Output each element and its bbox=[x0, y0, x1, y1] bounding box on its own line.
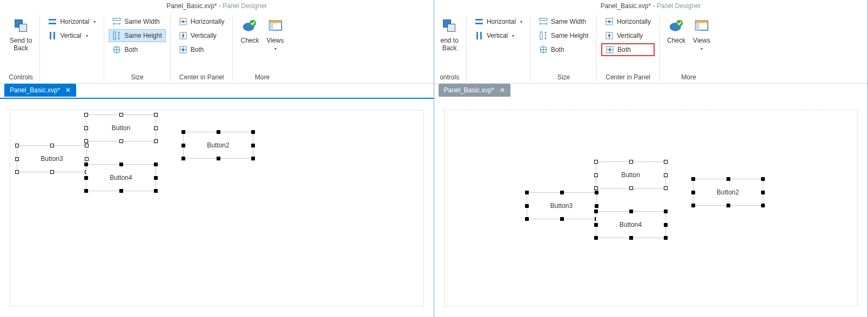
size-both-icon bbox=[112, 45, 121, 54]
check-icon bbox=[668, 17, 685, 35]
center-vertically-icon bbox=[179, 31, 187, 40]
svg-rect-23 bbox=[475, 23, 483, 24]
design-button-label: Button bbox=[112, 124, 131, 132]
design-area: Button Button2 Button3 Button4 bbox=[0, 99, 434, 317]
center-vertically-button[interactable]: Vertically bbox=[175, 29, 228, 42]
design-button[interactable]: Button3 bbox=[527, 192, 597, 219]
design-button[interactable]: Button bbox=[86, 114, 156, 141]
same-width-button[interactable]: Same Width bbox=[535, 15, 592, 28]
check-label: Check bbox=[667, 37, 685, 44]
send-to-back-button[interactable]: Send to Back bbox=[6, 15, 35, 54]
align-vertical-button[interactable]: Vertical ▾ bbox=[471, 29, 526, 42]
center-both-button[interactable]: Both bbox=[601, 43, 655, 56]
svg-rect-25 bbox=[480, 32, 482, 39]
document-tab[interactable]: Panel_Basic.xvp* ✕ bbox=[4, 84, 76, 97]
center-horizontally-button[interactable]: Horizontally bbox=[601, 15, 655, 28]
svg-rect-19 bbox=[269, 23, 273, 30]
tab-close-icon[interactable]: ✕ bbox=[500, 86, 505, 94]
group-label-controls: Controls bbox=[9, 71, 33, 82]
center-vertically-button[interactable]: Vertically bbox=[601, 29, 655, 42]
svg-rect-32 bbox=[608, 35, 610, 37]
design-button[interactable]: Button4 bbox=[86, 164, 156, 191]
send-to-back-button[interactable]: end to Back bbox=[438, 15, 462, 54]
size-both-label: Both bbox=[551, 46, 564, 53]
dropdown-caret-icon: ▾ bbox=[520, 19, 522, 24]
design-canvas[interactable]: Button Button2 Button3 Button4 bbox=[10, 110, 424, 306]
size-both-icon bbox=[539, 45, 548, 54]
design-button[interactable]: Button3 bbox=[17, 145, 87, 172]
send-to-back-icon bbox=[12, 17, 30, 35]
svg-rect-7 bbox=[113, 32, 116, 39]
center-both-label: Both bbox=[617, 46, 631, 53]
group-label-size: Size bbox=[131, 71, 143, 82]
svg-point-16 bbox=[250, 20, 256, 26]
tab-label: Panel_Basic.xvp* bbox=[444, 86, 494, 94]
dropdown-caret-icon: ▾ bbox=[86, 33, 88, 38]
align-vertical-label: Vertical bbox=[487, 32, 508, 39]
dropdown-caret-icon: ▾ bbox=[701, 46, 703, 51]
title-appname: Panel Designer bbox=[223, 2, 267, 10]
dropdown-caret-icon: ▾ bbox=[274, 46, 277, 51]
check-icon bbox=[241, 17, 258, 35]
align-vertical-icon bbox=[475, 31, 483, 40]
tab-label: Panel_Basic.xvp* bbox=[10, 86, 60, 94]
svg-rect-27 bbox=[540, 32, 542, 39]
svg-rect-22 bbox=[475, 19, 483, 21]
same-width-button[interactable]: Same Width bbox=[109, 15, 165, 28]
center-both-icon bbox=[605, 45, 614, 54]
document-tab[interactable]: Panel_Basic.xvp* ✕ bbox=[439, 84, 510, 97]
center-horizontally-button[interactable]: Horizontally bbox=[175, 15, 228, 28]
ribbon-group-controls: Send to Back Controls bbox=[2, 15, 40, 82]
same-height-button[interactable]: Same Height bbox=[109, 29, 165, 42]
group-label-size: Size bbox=[557, 71, 570, 82]
title-filename: Panel_Basic.xvp* bbox=[601, 2, 651, 10]
title-filename: Panel_Basic.xvp* bbox=[166, 2, 217, 10]
ribbon-group-size: Same Width Same Height Both Size bbox=[104, 15, 170, 82]
ribbon-group-size: Same Width Same Height Both Size bbox=[531, 15, 597, 82]
group-label-center: Center in Panel bbox=[605, 71, 650, 82]
ribbon-group-center: Horizontally Vertically Both Center in P… bbox=[171, 15, 233, 82]
center-horizontally-icon bbox=[605, 17, 614, 26]
check-button[interactable]: Check bbox=[237, 15, 262, 53]
same-width-icon bbox=[112, 17, 121, 26]
size-both-button[interactable]: Both bbox=[535, 43, 592, 56]
svg-rect-39 bbox=[696, 23, 699, 30]
design-button-label: Button3 bbox=[550, 202, 573, 210]
size-both-button[interactable]: Both bbox=[109, 43, 165, 56]
center-both-button[interactable]: Both bbox=[175, 43, 228, 56]
same-height-button[interactable]: Same Height bbox=[535, 29, 592, 42]
center-vertically-icon bbox=[605, 31, 614, 40]
same-height-icon bbox=[539, 31, 548, 40]
svg-rect-2 bbox=[49, 19, 56, 21]
send-to-back-label: end to Back bbox=[441, 37, 459, 52]
align-vertical-icon bbox=[48, 31, 57, 40]
center-both-icon bbox=[179, 45, 187, 54]
align-vertical-button[interactable]: Vertical ▾ bbox=[44, 29, 99, 42]
design-button[interactable]: Button bbox=[596, 161, 666, 188]
design-canvas[interactable]: Button Button2 Button3 Button4 bbox=[444, 110, 858, 306]
design-button[interactable]: Button2 bbox=[693, 179, 763, 206]
align-horizontal-button[interactable]: Horizontal ▾ bbox=[471, 15, 526, 28]
center-both-label: Both bbox=[191, 46, 204, 53]
design-button[interactable]: Button4 bbox=[596, 211, 666, 238]
views-icon bbox=[693, 17, 710, 35]
window-title: Panel_Basic.xvp* - Panel Designer bbox=[0, 0, 434, 12]
svg-rect-30 bbox=[608, 21, 610, 23]
document-tabs: Panel_Basic.xvp* ✕ bbox=[434, 84, 868, 98]
send-to-back-icon bbox=[441, 17, 458, 35]
svg-rect-24 bbox=[476, 32, 478, 39]
views-button[interactable]: Views ▾ bbox=[264, 15, 287, 53]
group-label-more: More bbox=[255, 71, 270, 82]
design-button[interactable]: Button2 bbox=[183, 132, 253, 159]
center-horizontally-icon bbox=[179, 17, 187, 26]
dropdown-caret-icon: ▾ bbox=[512, 33, 514, 38]
align-horizontal-button[interactable]: Horizontal ▾ bbox=[44, 15, 99, 28]
views-button[interactable]: Views ▾ bbox=[690, 15, 714, 53]
ribbon-group-controls: end to Back ontrols bbox=[436, 15, 467, 82]
tab-close-icon[interactable]: ✕ bbox=[65, 86, 71, 94]
design-button-label: Button bbox=[621, 171, 640, 179]
check-button[interactable]: Check bbox=[664, 15, 689, 53]
check-label: Check bbox=[240, 37, 259, 44]
svg-rect-18 bbox=[269, 21, 281, 23]
same-height-label: Same Height bbox=[124, 32, 162, 39]
